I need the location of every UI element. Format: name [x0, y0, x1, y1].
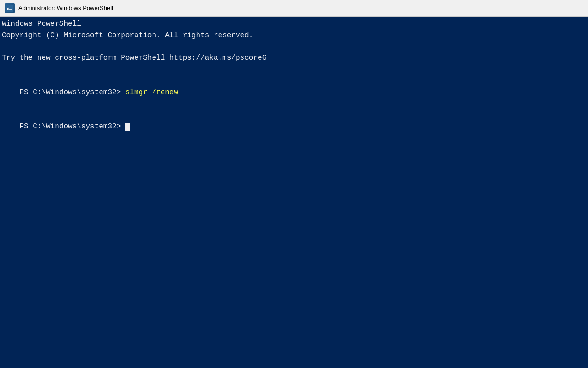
- terminal-line-prompt[interactable]: PS C:\Windows\system32>: [2, 109, 586, 144]
- prompt-text-1: PS C:\Windows\system32>: [19, 88, 125, 97]
- terminal-line-header2: Copyright (C) Microsoft Corporation. All…: [2, 30, 586, 41]
- terminal-line-header1: Windows PowerShell: [2, 18, 586, 30]
- title-bar: » Administrator: Windows PowerShell: [0, 0, 588, 17]
- terminal-line-empty2: [2, 64, 586, 75]
- terminal[interactable]: Windows PowerShell Copyright (C) Microso…: [0, 17, 588, 368]
- cursor-block: [125, 123, 130, 131]
- terminal-line-empty1: [2, 41, 586, 53]
- command-text: slmgr /renew: [125, 88, 178, 97]
- prompt-text-2: PS C:\Windows\system32>: [19, 122, 125, 131]
- title-bar-text: Administrator: Windows PowerShell: [18, 5, 113, 12]
- terminal-line-tip: Try the new cross-platform PowerShell ht…: [2, 52, 586, 64]
- powershell-icon: »: [5, 3, 15, 13]
- terminal-line-cmd: PS C:\Windows\system32> slmgr /renew: [2, 75, 586, 109]
